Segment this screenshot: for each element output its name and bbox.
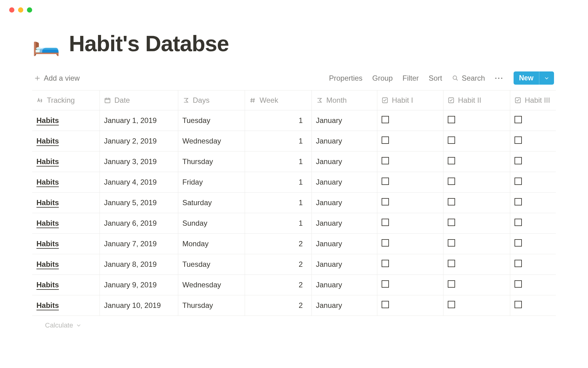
cell-week[interactable]: 1 bbox=[245, 213, 311, 234]
cell-tracking[interactable]: Habits bbox=[32, 110, 100, 131]
checkbox[interactable] bbox=[448, 219, 455, 226]
checkbox[interactable] bbox=[448, 116, 455, 123]
cell-habit1[interactable] bbox=[377, 151, 443, 172]
new-button-dropdown[interactable] bbox=[539, 71, 554, 85]
cell-days[interactable]: Wednesday bbox=[178, 275, 245, 295]
cell-days[interactable]: Friday bbox=[178, 172, 245, 193]
cell-tracking[interactable]: Habits bbox=[32, 254, 100, 275]
tracking-link[interactable]: Habits bbox=[36, 281, 59, 290]
cell-date[interactable]: January 7, 2019 bbox=[100, 234, 178, 254]
cell-month[interactable]: January bbox=[311, 151, 377, 172]
checkbox[interactable] bbox=[382, 239, 389, 247]
cell-habit1[interactable] bbox=[377, 275, 443, 295]
cell-habit2[interactable] bbox=[443, 295, 510, 316]
column-header-month[interactable]: Month bbox=[311, 90, 377, 110]
tracking-link[interactable]: Habits bbox=[36, 137, 59, 146]
checkbox[interactable] bbox=[382, 301, 389, 308]
cell-habit3[interactable] bbox=[510, 234, 556, 254]
cell-days[interactable]: Wednesday bbox=[178, 131, 245, 151]
cell-tracking[interactable]: Habits bbox=[32, 275, 100, 295]
table-row[interactable]: HabitsJanuary 4, 2019Friday1January bbox=[32, 172, 556, 193]
checkbox[interactable] bbox=[514, 116, 522, 123]
page-title[interactable]: Habit's Databse bbox=[69, 31, 229, 56]
cell-date[interactable]: January 3, 2019 bbox=[100, 151, 178, 172]
cell-habit2[interactable] bbox=[443, 254, 510, 275]
table-row[interactable]: HabitsJanuary 10, 2019Thursday2January bbox=[32, 295, 556, 316]
cell-date[interactable]: January 4, 2019 bbox=[100, 172, 178, 193]
close-window-button[interactable] bbox=[9, 7, 14, 13]
column-header-days[interactable]: Days bbox=[178, 90, 245, 110]
cell-habit3[interactable] bbox=[510, 193, 556, 213]
cell-habit2[interactable] bbox=[443, 234, 510, 254]
cell-habit3[interactable] bbox=[510, 295, 556, 316]
calculate-button[interactable]: Calculate bbox=[32, 316, 556, 329]
cell-habit3[interactable] bbox=[510, 151, 556, 172]
checkbox[interactable] bbox=[382, 219, 389, 226]
cell-date[interactable]: January 10, 2019 bbox=[100, 295, 178, 316]
cell-days[interactable]: Tuesday bbox=[178, 110, 245, 131]
cell-habit3[interactable] bbox=[510, 275, 556, 295]
cell-tracking[interactable]: Habits bbox=[32, 131, 100, 151]
table-row[interactable]: HabitsJanuary 6, 2019Sunday1January bbox=[32, 213, 556, 234]
cell-month[interactable]: January bbox=[311, 275, 377, 295]
column-header-habit1[interactable]: Habit I bbox=[377, 90, 443, 110]
cell-month[interactable]: January bbox=[311, 254, 377, 275]
checkbox[interactable] bbox=[514, 219, 522, 226]
cell-tracking[interactable]: Habits bbox=[32, 295, 100, 316]
checkbox[interactable] bbox=[448, 198, 455, 205]
column-header-week[interactable]: Week bbox=[245, 90, 311, 110]
tracking-link[interactable]: Habits bbox=[36, 219, 59, 228]
checkbox[interactable] bbox=[382, 157, 389, 164]
cell-tracking[interactable]: Habits bbox=[32, 213, 100, 234]
checkbox[interactable] bbox=[514, 280, 522, 288]
cell-habit3[interactable] bbox=[510, 110, 556, 131]
table-row[interactable]: HabitsJanuary 9, 2019Wednesday2January bbox=[32, 275, 556, 295]
checkbox[interactable] bbox=[382, 116, 389, 123]
checkbox[interactable] bbox=[448, 260, 455, 267]
cell-tracking[interactable]: Habits bbox=[32, 151, 100, 172]
zoom-window-button[interactable] bbox=[27, 7, 32, 13]
new-button[interactable]: New bbox=[514, 71, 554, 85]
minimize-window-button[interactable] bbox=[18, 7, 23, 13]
table-row[interactable]: HabitsJanuary 8, 2019Tuesday2January bbox=[32, 254, 556, 275]
cell-habit3[interactable] bbox=[510, 213, 556, 234]
table-row[interactable]: HabitsJanuary 7, 2019Monday2January bbox=[32, 234, 556, 254]
cell-week[interactable]: 1 bbox=[245, 172, 311, 193]
cell-days[interactable]: Tuesday bbox=[178, 254, 245, 275]
table-row[interactable]: HabitsJanuary 2, 2019Wednesday1January bbox=[32, 131, 556, 151]
tracking-link[interactable]: Habits bbox=[36, 157, 59, 167]
cell-month[interactable]: January bbox=[311, 234, 377, 254]
cell-month[interactable]: January bbox=[311, 295, 377, 316]
properties-button[interactable]: Properties bbox=[329, 74, 362, 82]
tracking-link[interactable]: Habits bbox=[36, 301, 59, 310]
cell-habit1[interactable] bbox=[377, 254, 443, 275]
cell-month[interactable]: January bbox=[311, 110, 377, 131]
checkbox[interactable] bbox=[382, 198, 389, 205]
checkbox[interactable] bbox=[448, 301, 455, 308]
cell-habit2[interactable] bbox=[443, 110, 510, 131]
cell-habit1[interactable] bbox=[377, 234, 443, 254]
checkbox[interactable] bbox=[514, 239, 522, 247]
column-header-date[interactable]: Date bbox=[100, 90, 178, 110]
cell-habit3[interactable] bbox=[510, 131, 556, 151]
cell-habit2[interactable] bbox=[443, 172, 510, 193]
checkbox[interactable] bbox=[514, 136, 522, 144]
checkbox[interactable] bbox=[514, 198, 522, 205]
cell-week[interactable]: 1 bbox=[245, 193, 311, 213]
cell-habit3[interactable] bbox=[510, 254, 556, 275]
checkbox[interactable] bbox=[448, 239, 455, 247]
cell-month[interactable]: January bbox=[311, 213, 377, 234]
table-row[interactable]: HabitsJanuary 3, 2019Thursday1January bbox=[32, 151, 556, 172]
cell-days[interactable]: Sunday bbox=[178, 213, 245, 234]
cell-habit1[interactable] bbox=[377, 172, 443, 193]
checkbox[interactable] bbox=[448, 157, 455, 164]
cell-habit1[interactable] bbox=[377, 295, 443, 316]
cell-week[interactable]: 2 bbox=[245, 295, 311, 316]
checkbox[interactable] bbox=[382, 178, 389, 185]
cell-habit2[interactable] bbox=[443, 213, 510, 234]
checkbox[interactable] bbox=[514, 260, 522, 267]
group-button[interactable]: Group bbox=[372, 74, 393, 82]
cell-tracking[interactable]: Habits bbox=[32, 172, 100, 193]
cell-habit2[interactable] bbox=[443, 131, 510, 151]
cell-date[interactable]: January 6, 2019 bbox=[100, 213, 178, 234]
